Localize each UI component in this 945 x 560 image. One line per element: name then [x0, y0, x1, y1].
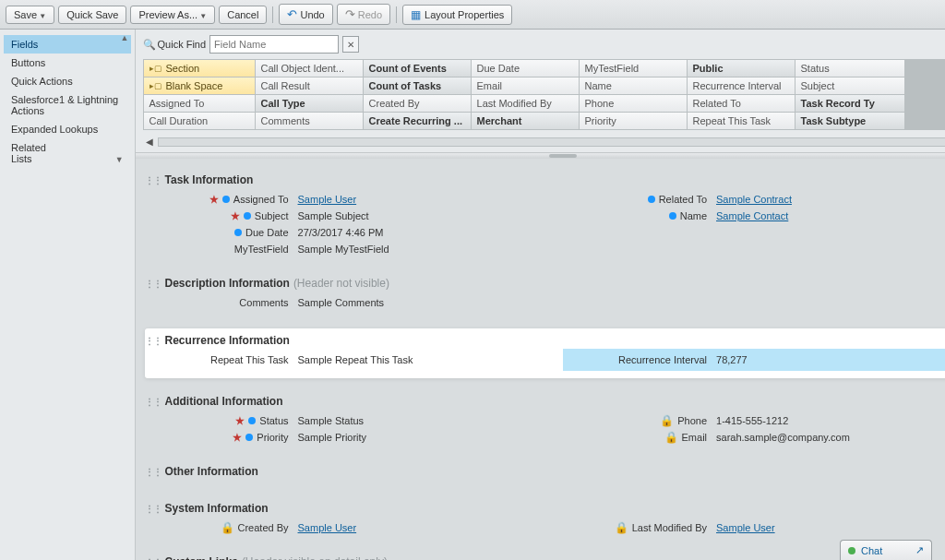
field-row[interactable]: 🔒Last Modified BySample User — [563, 519, 945, 536]
palette-field[interactable]: Task Record Ty — [795, 95, 904, 112]
palette-field[interactable]: Name — [580, 77, 687, 94]
sidebar-item-salesforce1-lightning-actions[interactable]: Salesforce1 & Lightning Actions — [4, 90, 131, 120]
palette-field[interactable]: Blank Space — [144, 77, 255, 94]
field-row[interactable]: ★SubjectSample Subject — [145, 208, 564, 224]
palette-field[interactable]: Recurrence Interval — [688, 77, 795, 94]
expand-icon: ↗ — [915, 544, 924, 556]
field-row[interactable]: 🔒Created BySample User — [145, 519, 564, 536]
palette-field[interactable]: Subject — [795, 77, 904, 94]
field-value: 27/3/2017 4:46 PM — [298, 227, 384, 238]
preview-as-button[interactable]: Preview As... — [130, 6, 215, 24]
required-icon: ★ — [231, 210, 240, 222]
field-row[interactable]: CommentsSample Comments — [145, 294, 564, 311]
palette-field[interactable]: Created By — [364, 95, 471, 112]
field-row[interactable]: Due Date27/3/2017 4:46 PM — [145, 224, 564, 241]
layout-properties-button[interactable]: Layout Properties — [402, 5, 512, 25]
palette-field[interactable]: Count of Tasks — [364, 77, 471, 94]
cancel-button[interactable]: Cancel — [219, 6, 267, 24]
section-system-information: ⋮⋮System Information🔒Created BySample Us… — [145, 500, 945, 539]
palette-field[interactable]: Section — [144, 60, 255, 77]
quick-find-label: Quick Find — [143, 39, 207, 51]
scroll-up-icon[interactable]: ▲ — [121, 33, 129, 42]
grip-icon: ⋮⋮ — [145, 279, 161, 289]
undo-button[interactable]: Undo — [279, 4, 332, 25]
grip-icon: ⋮⋮ — [145, 175, 161, 185]
palette-field[interactable]: Status — [795, 60, 904, 77]
section-header[interactable]: ⋮⋮System Information — [145, 500, 945, 517]
palette-field[interactable]: MyTestField — [580, 60, 687, 77]
section-header[interactable]: ⋮⋮Custom Links (Header visible on detail… — [145, 554, 945, 560]
hscroll-track[interactable] — [158, 137, 945, 147]
field-value: Sample User — [298, 522, 357, 533]
info-dot-icon — [248, 417, 256, 424]
palette-field[interactable]: Comments — [256, 113, 363, 129]
field-row[interactable]: Recurrence Interval78,277 — [563, 351, 945, 368]
clear-search-button[interactable]: ✕ — [342, 36, 359, 53]
field-label: ★Subject — [145, 210, 298, 222]
field-row[interactable]: 🔒Emailsarah.sample@company.com — [563, 429, 945, 446]
layout-canvas: ⋮⋮Task Information★Assigned ToSample Use… — [136, 159, 945, 560]
section-header[interactable]: ⋮⋮Additional Information — [145, 393, 945, 410]
field-row[interactable]: ★StatusSample Status — [145, 412, 564, 429]
link[interactable]: Sample Contract — [716, 194, 792, 205]
section-header[interactable]: ⋮⋮Recurrence Information — [145, 332, 945, 349]
palette-field[interactable]: Merchant — [472, 113, 579, 129]
section-note: (Header not visible) — [293, 277, 389, 290]
palette-field[interactable]: Phone — [580, 95, 687, 112]
palette-field[interactable]: Call Object Ident... — [256, 60, 363, 77]
field-row[interactable]: Related ToSample Contract — [563, 191, 945, 208]
required-icon: ★ — [235, 415, 245, 427]
field-label: 🔒Last Modified By — [563, 521, 716, 534]
field-row[interactable]: Repeat This TaskSample Repeat This Task — [145, 351, 564, 368]
section-recurrence-information: ⋮⋮Recurrence InformationRepeat This Task… — [145, 328, 945, 378]
field-value: Sample MyTestField — [298, 244, 389, 255]
save-button[interactable]: Save — [6, 6, 54, 24]
link[interactable]: Sample Contact — [716, 210, 788, 221]
palette-field[interactable]: Count of Events — [364, 60, 471, 77]
sidebar-item-related-lists[interactable]: Related Lists▼ — [4, 138, 131, 168]
palette-field[interactable]: Call Result — [256, 77, 363, 94]
section-header[interactable]: ⋮⋮Task Information — [145, 172, 945, 188]
sidebar-item-buttons[interactable]: Buttons — [4, 54, 131, 72]
link[interactable]: Sample User — [298, 194, 357, 205]
chat-widget[interactable]: Chat ↗ — [840, 540, 932, 560]
palette-field[interactable]: Email — [472, 77, 579, 94]
field-row[interactable]: 🔒Phone1-415-555-1212 — [563, 412, 945, 429]
palette-field[interactable]: Task Subtype — [795, 113, 904, 129]
scroll-left-icon[interactable]: ◀ — [143, 137, 156, 147]
palette-field[interactable]: Assigned To — [144, 95, 255, 112]
palette-field[interactable]: Due Date — [472, 60, 579, 77]
link[interactable]: Sample User — [716, 522, 775, 533]
palette-field[interactable]: Related To — [688, 95, 795, 112]
info-dot-icon — [244, 212, 251, 220]
field-label: 🔒Email — [563, 431, 716, 444]
field-value: Sample Comments — [298, 297, 385, 308]
field-row[interactable]: ★Assigned ToSample User — [145, 191, 564, 208]
palette-field[interactable]: Call Type — [256, 95, 363, 112]
field-row[interactable]: MyTestFieldSample MyTestField — [145, 241, 564, 257]
section-header[interactable]: ⋮⋮Description Information (Header not vi… — [145, 275, 945, 292]
palette-field[interactable]: Priority — [580, 113, 687, 129]
palette-field[interactable]: Repeat This Task — [688, 113, 795, 129]
sidebar-item-expanded-lookups[interactable]: Expanded Lookups — [4, 120, 131, 138]
field-label: MyTestField — [145, 244, 298, 255]
field-row[interactable]: NameSample Contact — [563, 208, 945, 224]
sidebar-item-quick-actions[interactable]: Quick Actions — [4, 72, 131, 90]
field-label: ★Assigned To — [145, 194, 298, 206]
field-palette: Quick Find ✕ SectionCall Object Ident...… — [136, 30, 945, 153]
field-row[interactable]: ★PrioritySample Priority — [145, 429, 564, 446]
palette-field[interactable]: Create Recurring ... — [364, 113, 471, 129]
palette-field[interactable]: Last Modified By — [472, 95, 579, 112]
grip-icon: ⋮⋮ — [145, 504, 161, 514]
quick-save-button[interactable]: Quick Save — [58, 6, 126, 24]
link[interactable]: Sample User — [298, 522, 357, 533]
quick-find-input[interactable] — [209, 35, 339, 54]
info-dot-icon — [245, 434, 253, 441]
sidebar-item-fields[interactable]: Fields — [4, 35, 131, 54]
palette-field[interactable]: Call Duration — [144, 113, 255, 129]
grip-icon: ⋮⋮ — [145, 397, 161, 407]
palette-field[interactable]: Public — [688, 60, 795, 77]
grip-icon: ⋮⋮ — [145, 467, 161, 477]
section-header[interactable]: ⋮⋮Other Information — [145, 463, 945, 480]
redo-button[interactable]: Redo — [337, 4, 390, 25]
